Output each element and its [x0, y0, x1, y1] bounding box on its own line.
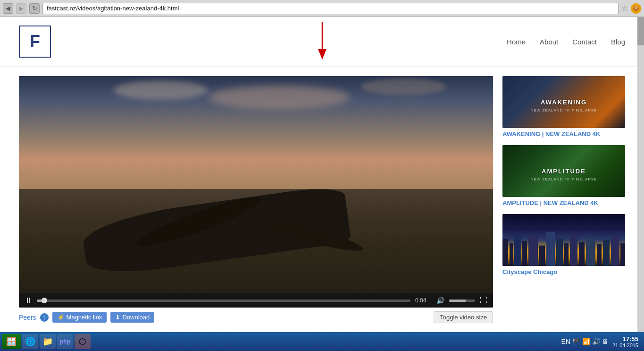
clock-date: 21.04.2015: [612, 342, 638, 348]
svg-rect-15: [603, 240, 610, 266]
sidebar: AWAKENING NEW ZEALAND 4K TIMELAPSE AWAKE…: [502, 76, 625, 342]
taskbar-files-icon[interactable]: 📁: [40, 334, 56, 349]
sidebar-item-amplitude[interactable]: AMPLITUDE NEW ZEALAND 4K TIMELAPSE AMPLI…: [502, 145, 625, 206]
svg-rect-14: [597, 244, 602, 266]
scrollbar-thumb[interactable]: [637, 17, 644, 45]
forward-button[interactable]: ▶: [16, 3, 26, 14]
download-button[interactable]: ⬇ Download: [110, 312, 154, 323]
taskbar-chrome-icon[interactable]: 🌐: [22, 334, 38, 349]
main-content: ⏸ 0:04 🔊 ⛶ Peers 1 ⚡ Magnetic l: [0, 67, 644, 351]
svg-rect-9: [556, 239, 563, 266]
svg-rect-16: [611, 236, 619, 266]
driftwood: [67, 163, 399, 261]
cloud-3: [361, 78, 446, 95]
volume-icon[interactable]: 🔊: [436, 297, 444, 304]
sidebar-thumb-amplitude: AMPLITUDE NEW ZEALAND 4K TIMELAPSE: [502, 145, 625, 197]
toggle-video-size-button[interactable]: Toggle video size: [434, 311, 493, 323]
video-player[interactable]: ⏸ 0:04 🔊 ⛶: [19, 76, 493, 308]
refresh-button[interactable]: ↻: [29, 3, 40, 14]
peers-label: Peers: [19, 314, 36, 321]
browser-chrome: ◀ ▶ ↻ ☆ 🍪: [0, 0, 644, 17]
site-logo[interactable]: F: [19, 26, 51, 58]
volume-fill: [449, 300, 466, 302]
svg-marker-1: [318, 49, 326, 60]
nav-home[interactable]: Home: [507, 38, 526, 46]
sidebar-amplitude-title: AMPLITUDE | NEW ZEALAND 4K: [502, 199, 625, 206]
taskbar-git-icon[interactable]: ⬡: [75, 334, 91, 349]
annotation-arrow: [315, 22, 329, 61]
pause-button[interactable]: ⏸: [25, 296, 32, 305]
svg-rect-13: [586, 238, 595, 266]
video-thumbnail: [19, 76, 493, 293]
svg-rect-6: [528, 236, 538, 266]
thumb-amplitude-subtitle: NEW ZEALAND 4K TIMELAPSE: [531, 177, 597, 181]
cloud-2: [209, 86, 350, 109]
thumb-cityscape-bg: [502, 214, 625, 266]
flag-icon: 🏴: [572, 338, 580, 345]
svg-rect-10: [564, 243, 569, 266]
bookmark-icon[interactable]: ☆: [621, 4, 628, 13]
svg-rect-5: [522, 241, 527, 266]
download-icon: ⬇: [115, 314, 120, 321]
svg-rect-7: [539, 246, 545, 266]
svg-rect-3: [510, 243, 513, 266]
svg-rect-8: [546, 232, 555, 266]
thumb-awakening-title: AWAKENING: [541, 99, 587, 106]
progress-knob[interactable]: [42, 298, 47, 303]
start-button[interactable]: 🪟: [2, 334, 21, 349]
cookie-icon: 🍪: [631, 3, 641, 14]
sidebar-thumb-cityscape: [502, 214, 625, 266]
network-icon: 📶: [582, 338, 590, 345]
taskbar-php-icon[interactable]: php: [57, 334, 73, 349]
back-button[interactable]: ◀: [3, 3, 13, 14]
sidebar-item-awakening[interactable]: AWAKENING NEW ZEALAND 4K TIMELAPSE AWAKE…: [502, 76, 625, 137]
taskbar-sys-icons: EN 🏴 📶 🔊 🖥: [561, 338, 608, 345]
svg-rect-4: [514, 234, 521, 266]
volume-bar[interactable]: [449, 300, 475, 302]
magnetic-link-button[interactable]: ⚡ Magnetic link: [52, 312, 107, 323]
progress-bar[interactable]: [37, 300, 410, 302]
taskbar: 🪟 🌐 📁 php ⬡ EN 🏴 📶 🔊 🖥 17:55 21.04.2015: [0, 332, 644, 351]
time-display: 0:04: [415, 297, 432, 304]
thumb-awakening-bg: AWAKENING NEW ZEALAND 4K TIMELAPSE: [502, 76, 625, 128]
taskbar-right: EN 🏴 📶 🔊 🖥 17:55 21.04.2015: [561, 335, 642, 348]
thumb-amplitude-title: AMPLITUDE: [542, 168, 586, 175]
sidebar-cityscape-title: Cityscape Chicago: [502, 268, 625, 275]
site-header: F Home About Contact Blog: [0, 17, 644, 67]
magnet-icon: ⚡: [57, 314, 65, 321]
peers-count: 1: [40, 313, 49, 322]
svg-rect-17: [620, 243, 625, 266]
sidebar-thumb-awakening: AWAKENING NEW ZEALAND 4K TIMELAPSE: [502, 76, 625, 128]
video-section: ⏸ 0:04 🔊 ⛶ Peers 1 ⚡ Magnetic l: [19, 76, 493, 342]
nav-blog[interactable]: Blog: [611, 38, 625, 46]
scrollbar[interactable]: [637, 17, 644, 332]
thumb-awakening-subtitle: NEW ZEALAND 4K TIMELAPSE: [531, 108, 597, 112]
sidebar-item-cityscape[interactable]: Cityscape Chicago: [502, 214, 625, 275]
display-icon: 🖥: [602, 338, 609, 345]
peers-section: Peers 1 ⚡ Magnetic link ⬇ Download: [19, 312, 154, 323]
volume-taskbar-icon: 🔊: [592, 338, 600, 345]
lang-indicator: EN: [561, 338, 570, 345]
video-controls: ⏸ 0:04 🔊 ⛶: [19, 293, 493, 308]
taskbar-time: 17:55 21.04.2015: [612, 335, 638, 348]
sidebar-awakening-title: AWAKENING | NEW ZEALAND 4K: [502, 130, 625, 137]
site-nav: Home About Contact Blog: [507, 38, 625, 46]
clock-time: 17:55: [612, 335, 638, 342]
nav-contact[interactable]: Contact: [572, 38, 597, 46]
cloud-1: [114, 81, 208, 100]
svg-rect-12: [579, 242, 585, 266]
nav-about[interactable]: About: [540, 38, 558, 46]
svg-rect-2: [502, 239, 508, 266]
fullscreen-button[interactable]: ⛶: [480, 296, 487, 305]
below-video: Peers 1 ⚡ Magnetic link ⬇ Download Toggl…: [19, 311, 493, 323]
thumb-amplitude-bg: AMPLITUDE NEW ZEALAND 4K TIMELAPSE: [502, 145, 625, 197]
address-bar[interactable]: [42, 3, 619, 14]
svg-rect-11: [570, 235, 577, 266]
